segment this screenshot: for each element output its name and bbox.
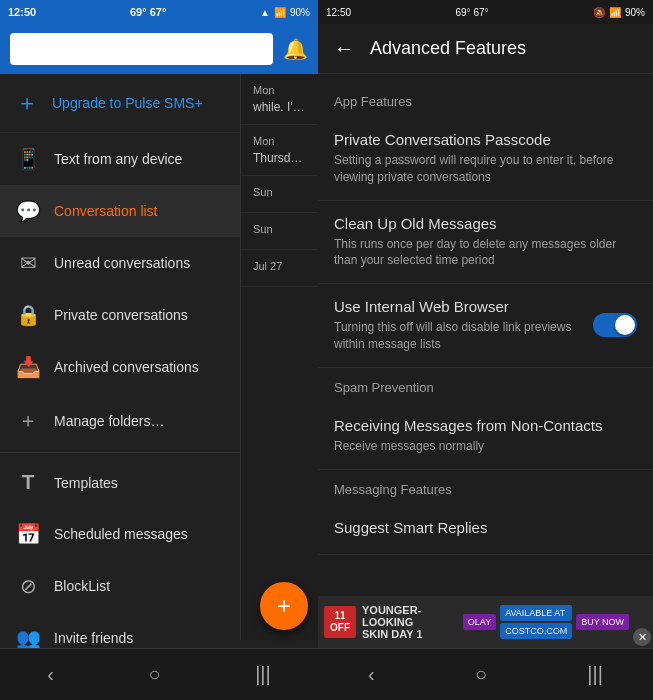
add-folder-icon: ＋ <box>16 407 40 434</box>
device-icon: 📱 <box>16 147 40 171</box>
menu-label-unread: Unread conversations <box>54 255 190 271</box>
right-status-time: 12:50 <box>326 7 351 18</box>
right-status-icons: 🔕 📶 90% <box>593 7 645 18</box>
feature-cleanup-desc: This runs once per day to delete any mes… <box>334 236 637 270</box>
left-status-icons: ▲ 📶 90% <box>260 7 310 18</box>
conv-day-3: Sun <box>253 223 273 235</box>
invite-icon: 👥 <box>16 626 40 650</box>
menu-label-templates: Templates <box>54 475 118 491</box>
left-bottom-nav: ‹ ○ ||| <box>0 648 318 700</box>
left-status-bar: 12:50 69° 67° ▲ 📶 90% <box>0 0 318 24</box>
menu-label-scheduled: Scheduled messages <box>54 526 188 542</box>
scheduled-icon: 📅 <box>16 522 40 546</box>
right-content: App Features Private Conversations Passc… <box>318 74 653 596</box>
menu-label-archived: Archived conversations <box>54 359 199 375</box>
right-status-temp: 69° 67° <box>455 7 488 18</box>
block-icon: ⊘ <box>16 574 40 598</box>
signal-icon: ▲ <box>260 7 270 18</box>
section-header-messaging: Messaging Features <box>318 470 653 505</box>
menu-label-text-device: Text from any device <box>54 151 182 167</box>
toggle-thumb <box>615 315 635 335</box>
conv-day-1: Mon <box>253 135 274 147</box>
right-panel: 12:50 69° 67° 🔕 📶 90% ← Advanced Feature… <box>318 0 653 700</box>
wifi-icon: 📶 <box>274 7 286 18</box>
right-status-bar: 12:50 69° 67° 🔕 📶 90% <box>318 0 653 24</box>
conversation-overlay: Mon while. I'll h… Mon Thursday, I… Sun … <box>240 74 318 640</box>
feature-browser-text: Use Internal Web Browser Turning this of… <box>334 298 593 353</box>
right-wifi-icon: 📶 <box>609 7 621 18</box>
nav-home-icon[interactable]: ○ <box>148 663 160 686</box>
right-signal-icon: 🔕 <box>593 7 605 18</box>
feature-smart-replies[interactable]: Suggest Smart Replies <box>318 505 653 555</box>
right-battery-icon: 90% <box>625 7 645 18</box>
conv-item-2[interactable]: Sun <box>241 176 318 213</box>
ad-close-button[interactable]: ✕ <box>633 628 651 646</box>
menu-label-blocklist: BlockList <box>54 578 110 594</box>
buy-now-cta[interactable]: BUY NOW <box>576 614 629 630</box>
lock-icon: 🔒 <box>16 303 40 327</box>
upgrade-icon: ＋ <box>16 88 38 118</box>
r-nav-home-icon[interactable]: ○ <box>475 663 487 686</box>
conv-item-3[interactable]: Sun <box>241 213 318 250</box>
unread-icon: ✉ <box>16 251 40 275</box>
ad-text: YOUNGER-LOOKINGSKIN DAY 1 <box>362 604 463 640</box>
costco-domain: COSTCO.COM <box>500 623 572 639</box>
feature-cleanup[interactable]: Clean Up Old Messages This runs once per… <box>318 201 653 285</box>
feature-cleanup-title: Clean Up Old Messages <box>334 215 637 232</box>
templates-icon: T <box>16 471 40 494</box>
ad-banner[interactable]: 11 OFF YOUNGER-LOOKINGSKIN DAY 1 OLAY AV… <box>318 596 653 648</box>
nav-back-icon[interactable]: ‹ <box>47 663 54 686</box>
feature-passcode-title: Private Conversations Passcode <box>334 131 637 148</box>
feature-smart-replies-title: Suggest Smart Replies <box>334 519 637 536</box>
feature-browser-desc: Turning this off will also disable link … <box>334 319 581 353</box>
right-bottom-nav: ‹ ○ ||| <box>318 648 653 700</box>
menu-label-conversation-list: Conversation list <box>54 203 158 219</box>
left-status-temp: 69° 67° <box>130 6 166 18</box>
olay-brand: OLAY <box>463 614 496 630</box>
page-title: Advanced Features <box>370 38 526 59</box>
search-bar[interactable] <box>10 33 273 65</box>
left-toolbar: 🔔 <box>0 24 318 74</box>
feature-browser-title: Use Internal Web Browser <box>334 298 581 315</box>
ad-content: YOUNGER-LOOKINGSKIN DAY 1 <box>362 604 463 640</box>
browser-toggle[interactable] <box>593 313 637 337</box>
nav-menu-icon[interactable]: ||| <box>255 663 271 686</box>
left-panel: 12:50 69° 67° ▲ 📶 90% 🔔 ＋ Upgrade to Pul… <box>0 0 318 700</box>
section-header-app: App Features <box>318 82 653 117</box>
conv-day-0: Mon <box>253 84 274 96</box>
battery-icon: 90% <box>290 7 310 18</box>
menu-label-invite: Invite friends <box>54 630 133 646</box>
feature-non-contacts-title: Receiving Messages from Non-Contacts <box>334 417 637 434</box>
conv-day-4: Jul 27 <box>253 260 282 272</box>
archive-icon: 📥 <box>16 355 40 379</box>
feature-non-contacts-desc: Receive messages normally <box>334 438 637 455</box>
right-toolbar: ← Advanced Features <box>318 24 653 74</box>
feature-browser[interactable]: Use Internal Web Browser Turning this of… <box>318 284 653 368</box>
left-status-time: 12:50 <box>8 6 36 18</box>
conv-day-2: Sun <box>253 186 273 198</box>
alarm-icon[interactable]: 🔔 <box>283 37 308 61</box>
section-header-spam: Spam Prevention <box>318 368 653 403</box>
ad-badge: 11 OFF <box>324 606 356 638</box>
conv-preview-1: Thursday, I… <box>253 151 306 165</box>
ad-brand: OLAY AVAILABLE AT COSTCO.COM BUY NOW <box>463 605 629 639</box>
conv-item-0[interactable]: Mon while. I'll h… <box>241 74 318 125</box>
fab-button[interactable]: + <box>260 582 308 630</box>
r-nav-menu-icon[interactable]: ||| <box>587 663 603 686</box>
upgrade-label: Upgrade to Pulse SMS+ <box>52 95 203 111</box>
conversation-icon: 💬 <box>16 199 40 223</box>
menu-label-private: Private conversations <box>54 307 188 323</box>
feature-passcode[interactable]: Private Conversations Passcode Setting a… <box>318 117 653 201</box>
conv-item-4[interactable]: Jul 27 <box>241 250 318 287</box>
feature-passcode-desc: Setting a password will require you to e… <box>334 152 637 186</box>
conv-preview-0: while. I'll h… <box>253 100 306 114</box>
menu-label-folders: Manage folders… <box>54 413 165 429</box>
costco-available: AVAILABLE AT <box>500 605 572 621</box>
conv-item-1[interactable]: Mon Thursday, I… <box>241 125 318 176</box>
back-button[interactable]: ← <box>334 37 354 60</box>
r-nav-back-icon[interactable]: ‹ <box>368 663 375 686</box>
feature-non-contacts[interactable]: Receiving Messages from Non-Contacts Rec… <box>318 403 653 470</box>
